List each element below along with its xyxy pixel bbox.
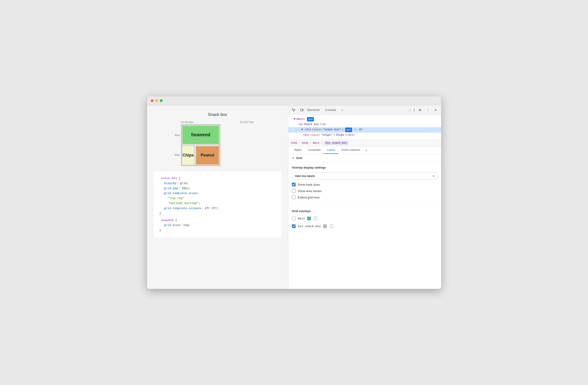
code-line-1: .snack-box { xyxy=(159,176,276,181)
line-labels-dropdown-row: Hide line labels Show line labels Show l… xyxy=(292,172,438,179)
bc-selected[interactable]: div.snack-box xyxy=(324,141,349,145)
show-track-sizes-label: Show track sizes xyxy=(298,183,320,186)
tab-elements[interactable]: Elements xyxy=(307,107,320,112)
code-line-6: "bottom1 bottom2"; xyxy=(168,201,276,206)
browser-window: Snack box 1fr·96.66px 2fr·193.32px 80px … xyxy=(147,96,441,289)
svg-rect-3 xyxy=(330,225,333,228)
breadcrumb: html › body › main › div.snack-box xyxy=(288,140,441,147)
overlay-main-checkbox[interactable] xyxy=(292,217,295,220)
minimize-button[interactable] xyxy=(155,99,158,102)
warning-count: 1 xyxy=(413,108,415,112)
css-code-block: .snack-box { display: grid; grid-gap: 10… xyxy=(154,171,281,238)
subtab-layout[interactable]: Layout xyxy=(324,147,338,154)
overlay-heading: Overlay display settings xyxy=(292,166,438,169)
grid-overlays-heading: Grid overlays xyxy=(292,209,438,213)
grid-row-labels: 80px 80px xyxy=(172,125,180,165)
overlay-item-snackbox: div.snack-box xyxy=(292,224,438,229)
show-area-names-label: Show area names xyxy=(298,189,322,193)
code-line-9: .seaweed { xyxy=(159,218,276,223)
svg-rect-2 xyxy=(314,217,317,220)
dom-line-chips[interactable]: <div class="chips">Chips</div> xyxy=(288,133,441,138)
code-line-10: grid-area: top; xyxy=(164,223,276,228)
extend-grid-lines-label: Extend grid lines xyxy=(298,196,320,199)
code-line-11: } xyxy=(159,228,276,233)
col1-label: 1fr·96.66px xyxy=(181,121,194,124)
grid-badge-main: grid xyxy=(307,117,314,122)
close-button[interactable] xyxy=(151,99,153,102)
section-toggle-icon: ▼ xyxy=(292,157,294,159)
maximize-button[interactable] xyxy=(160,99,163,102)
device-icon[interactable] xyxy=(299,107,305,113)
left-panel: Snack box 1fr·96.66px 2fr·193.32px 80px … xyxy=(147,106,288,289)
col2-label: 2fr·193.32px xyxy=(240,121,254,124)
settings-icon[interactable]: ⚙ xyxy=(418,107,423,113)
code-line-4: grid-template-areas: xyxy=(164,191,276,196)
extend-grid-lines-row[interactable]: Extend grid lines xyxy=(292,195,438,199)
grid-overlays-section: Grid overlays main xyxy=(288,206,441,235)
show-area-names-row[interactable]: Show area names xyxy=(292,189,438,193)
grid-visual: 1fr·96.66px 2fr·193.32px 80px 80px Seawe… xyxy=(172,121,263,166)
cell-peanut: Peanut xyxy=(196,146,219,165)
show-area-names-checkbox[interactable] xyxy=(292,189,295,193)
close-devtools-icon[interactable]: ✕ xyxy=(433,107,438,113)
dom-line-main[interactable]: ▼<main> grid xyxy=(288,117,441,122)
overlay-settings-body: Overlay display settings Hide line label… xyxy=(288,162,441,206)
bc-html[interactable]: html xyxy=(291,141,298,145)
dom-line-snackbox[interactable]: ··· ▼ <div class="snack-box"> grid == $0 xyxy=(288,127,441,133)
overlay-main-settings-icon[interactable] xyxy=(313,216,318,221)
warning-icon: ⚠ xyxy=(408,108,411,112)
show-track-sizes-checkbox[interactable] xyxy=(292,183,295,186)
tab-more[interactable]: » xyxy=(341,107,343,112)
overlay-snackbox-color-swatch xyxy=(323,224,327,228)
devtools-top-tabs: Elements Console » xyxy=(307,107,406,112)
grid-section-header[interactable]: ▼ Grid xyxy=(288,154,441,162)
cell-seaweed: Seaweed xyxy=(182,126,219,144)
overlay-snackbox-settings-icon[interactable] xyxy=(329,224,334,229)
svg-rect-0 xyxy=(301,109,302,111)
code-line-2: display: grid; xyxy=(164,181,276,186)
devtools-toolbar: Elements Console » ⚠ 1 ⚙ ⋮ ✕ xyxy=(288,106,441,115)
row2-label: 80px xyxy=(172,153,180,156)
overlay-item-main: main xyxy=(292,216,438,221)
code-line-5: "top top" xyxy=(168,196,276,201)
inspect-icon[interactable] xyxy=(291,107,296,113)
bc-body[interactable]: body xyxy=(302,141,309,145)
grid-badge-snackbox: grid xyxy=(345,128,352,132)
subtab-computed[interactable]: Computed xyxy=(305,147,324,154)
overlay-main-color-swatch xyxy=(307,217,311,220)
devtools-subtabs: Styles Computed Layout Event Listeners » xyxy=(288,147,441,154)
line-labels-select[interactable]: Hide line labels Show line labels Show l… xyxy=(292,172,438,179)
more-options-icon[interactable]: ⋮ xyxy=(425,107,431,113)
grid-column-labels: 1fr·96.66px 2fr·193.32px xyxy=(172,121,263,124)
cell-chips: Chips xyxy=(182,146,194,165)
toolbar-right: ⚠ 1 ⚙ ⋮ ✕ xyxy=(408,107,438,113)
dom-line-p[interactable]: <p>Snack box</p> xyxy=(288,122,441,127)
devtools-panel: Elements Console » ⚠ 1 ⚙ ⋮ ✕ ▼<main> gri… xyxy=(288,106,441,289)
extend-grid-lines-checkbox[interactable] xyxy=(292,195,295,199)
grid-layout: Seaweed Chips Peanut xyxy=(181,124,220,166)
show-track-sizes-row[interactable]: Show track sizes xyxy=(292,183,438,186)
main-area: Snack box 1fr·96.66px 2fr·193.32px 80px … xyxy=(147,106,441,289)
row1-label: 80px xyxy=(172,134,180,136)
subtab-styles[interactable]: Styles xyxy=(291,147,305,154)
bc-main[interactable]: main xyxy=(313,141,319,145)
subtab-event-listeners[interactable]: Event Listeners xyxy=(338,147,364,154)
subtab-more[interactable]: » xyxy=(363,147,369,154)
layout-panel: ▼ Grid Overlay display settings Hide lin… xyxy=(288,154,441,289)
page-title: Snack box xyxy=(154,112,281,117)
overlay-main-label: main xyxy=(298,217,305,220)
overlay-snackbox-checkbox[interactable] xyxy=(292,224,295,228)
code-line-3: grid-gap: 10px; xyxy=(164,186,276,191)
dom-inspector: ▼<main> grid <p>Snack box</p> ··· ▼ <div… xyxy=(288,115,441,140)
overlay-snackbox-label: div.snack-box xyxy=(298,225,321,228)
code-line-7: grid-template-columns: 1fr 2fr; xyxy=(164,206,276,211)
grid-section-label: Grid xyxy=(296,156,302,160)
code-line-8: } xyxy=(159,211,276,216)
window-chrome xyxy=(147,96,441,106)
svg-rect-1 xyxy=(303,109,304,111)
tab-console[interactable]: Console xyxy=(325,107,336,112)
